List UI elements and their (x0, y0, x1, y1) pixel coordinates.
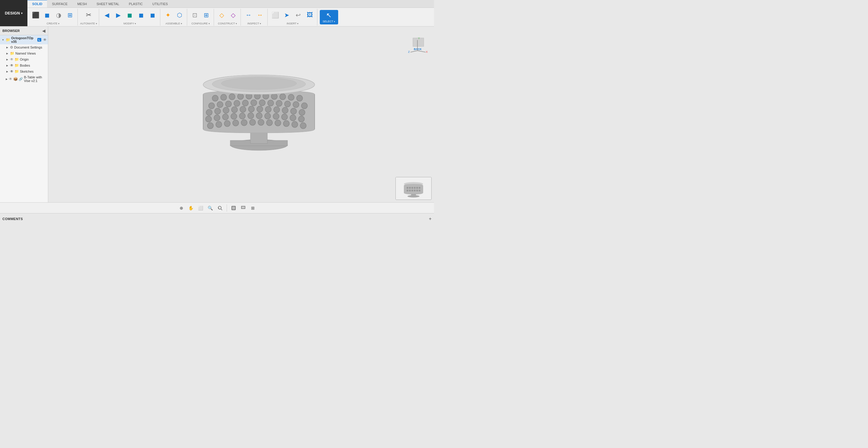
svg-point-39 (248, 106, 254, 112)
named-views-label: Named Views (16, 52, 36, 55)
svg-point-11 (212, 95, 218, 101)
folder-named-views-icon: 📁 (10, 51, 14, 56)
revolve-button[interactable]: ◑ (53, 9, 64, 21)
svg-point-44 (290, 108, 297, 114)
browser-item-origin[interactable]: ▶ 👁 📁 Origin (0, 56, 48, 62)
btable-label: B-Table with Vise v2:1 (24, 76, 47, 83)
tab-row: SOLID SURFACE MESH SHEET METAL PLASTIC U… (27, 0, 434, 8)
browser-item-named-views[interactable]: ▶ 📁 Named Views (0, 50, 48, 56)
sidebar-collapse-button[interactable]: ◀ (42, 28, 45, 33)
insert-group: ⬜ ➤ ↩ 🖼 INSERT ▾ (268, 9, 317, 26)
inspect2-button[interactable]: ↔ (255, 9, 266, 21)
browser-item-doc-settings[interactable]: ▶ ⚙ Document Settings (0, 44, 48, 50)
svg-point-13 (229, 93, 235, 99)
move-button[interactable]: ◀ (101, 9, 113, 21)
svg-point-67 (283, 120, 289, 126)
insert3-button[interactable]: ↩ (293, 9, 304, 21)
joint-button[interactable]: ✦ (163, 9, 174, 21)
new-component-button[interactable]: ⬛ (30, 9, 41, 21)
svg-point-30 (276, 100, 282, 106)
comments-bar: COMMENTS + (0, 213, 434, 224)
inspect1-button[interactable]: ↔ (243, 9, 254, 21)
browser-item-bodies[interactable]: ▶ 👁 📁 Bodies (0, 62, 48, 68)
inspect-label: INSPECT ▾ (247, 22, 261, 25)
construct2-button[interactable]: ◇ (228, 9, 239, 21)
svg-point-51 (248, 113, 254, 118)
tab-plastic[interactable]: PLASTIC (124, 0, 148, 7)
y-axis-label: Y (418, 37, 420, 40)
svg-point-23 (217, 101, 223, 107)
tab-sheet-metal[interactable]: SHEET METAL (92, 0, 124, 7)
top-bar: DESIGN ▾ SOLID SURFACE MESH SHEET METAL … (0, 0, 434, 27)
browser-item-sketches[interactable]: ▶ 👁 📁 Sketches (0, 68, 48, 74)
zoom-button[interactable]: 🔍 (206, 204, 215, 212)
tab-mesh[interactable]: MESH (72, 0, 92, 7)
viewport[interactable]: BACK Y X Z (48, 27, 434, 202)
bodies-label: Bodies (20, 64, 30, 67)
zoom-window-button[interactable]: + (216, 204, 224, 212)
add-comment-button[interactable]: + (429, 216, 432, 221)
svg-point-80 (416, 187, 418, 189)
doc-settings-label: Document Settings (14, 46, 42, 49)
eye-icon: 👁 (43, 38, 47, 42)
browser-item-root[interactable]: ▼ 📁 OctogoonTOp v35 L 👁 (0, 35, 48, 44)
insert4-button[interactable]: 🖼 (304, 9, 315, 21)
sketches-expand: ▶ (5, 70, 9, 73)
link-icon: 🔗 (19, 77, 23, 81)
extrude-button[interactable]: ◼ (42, 9, 53, 21)
svg-point-12 (221, 94, 227, 100)
browser-item-btable[interactable]: ▶ 👁 📦 🔗 B-Table with Vise v2:1 (0, 74, 48, 84)
tab-solid[interactable]: SOLID (27, 0, 47, 7)
display-button[interactable] (229, 204, 238, 212)
modify-label: MODIFY ▾ (124, 22, 136, 25)
design-button[interactable]: DESIGN ▾ (0, 0, 27, 26)
combine-button[interactable]: ⊞ (65, 9, 76, 21)
svg-point-62 (241, 119, 247, 125)
svg-point-54 (273, 113, 279, 119)
pan-button[interactable]: ✋ (187, 204, 195, 212)
svg-point-31 (284, 101, 290, 107)
separator1 (227, 204, 227, 212)
svg-point-83 (409, 190, 411, 191)
svg-point-26 (242, 100, 248, 106)
z-axis-label: Z (408, 50, 410, 53)
svg-point-28 (259, 99, 265, 106)
origin-label: Origin (20, 58, 29, 61)
svg-point-14 (238, 93, 244, 99)
construct1-button[interactable]: ◇ (216, 9, 227, 21)
joint2-button[interactable]: ⬡ (174, 9, 185, 21)
svg-point-50 (239, 113, 245, 119)
svg-point-19 (280, 93, 286, 99)
scale-button[interactable]: ◼ (147, 9, 158, 21)
design-dropdown-arrow: ▾ (21, 12, 23, 15)
sidebar: BROWSER ◀ ▼ 📁 OctogoonTOp v35 L 👁 ▶ ⚙ Do… (0, 27, 48, 202)
named-views-expand: ▶ (5, 52, 9, 55)
configure2-button[interactable]: ⊞ (201, 9, 212, 21)
tab-surface[interactable]: SURFACE (47, 0, 72, 7)
svg-point-35 (215, 108, 221, 114)
zoom-extent-button[interactable]: ⬜ (196, 204, 205, 212)
svg-point-46 (206, 116, 212, 122)
automate-button[interactable]: ✂ (83, 9, 94, 21)
push-pull-button[interactable]: ▶ (113, 9, 124, 21)
grid-button[interactable]: ⊞ (249, 204, 257, 212)
create-group: ⬛ ◼ ◑ ⊞ CREATE ▾ (29, 9, 78, 26)
svg-point-79 (414, 187, 415, 189)
tab-utilities[interactable]: UTILITIES (147, 0, 173, 7)
svg-point-59 (216, 121, 222, 127)
configure1-button[interactable]: ⊡ (190, 9, 200, 21)
svg-point-38 (240, 106, 246, 112)
svg-point-89 (407, 195, 420, 198)
fillet-button[interactable]: ◼ (124, 9, 135, 21)
eye-bodies-icon: 👁 (10, 63, 13, 67)
svg-point-61 (233, 120, 239, 126)
svg-line-91 (221, 209, 222, 210)
svg-point-60 (224, 120, 230, 126)
orbit-button[interactable]: ⊕ (177, 204, 186, 212)
shell-button[interactable]: ◼ (136, 9, 147, 21)
select-button[interactable]: ↖ SELECT ▾ (320, 10, 338, 24)
insert1-button[interactable]: ⬜ (270, 9, 281, 21)
insert2-button[interactable]: ➤ (281, 9, 292, 21)
visual-style-button[interactable] (239, 204, 247, 212)
select-group: ↖ SELECT ▾ (318, 9, 340, 26)
